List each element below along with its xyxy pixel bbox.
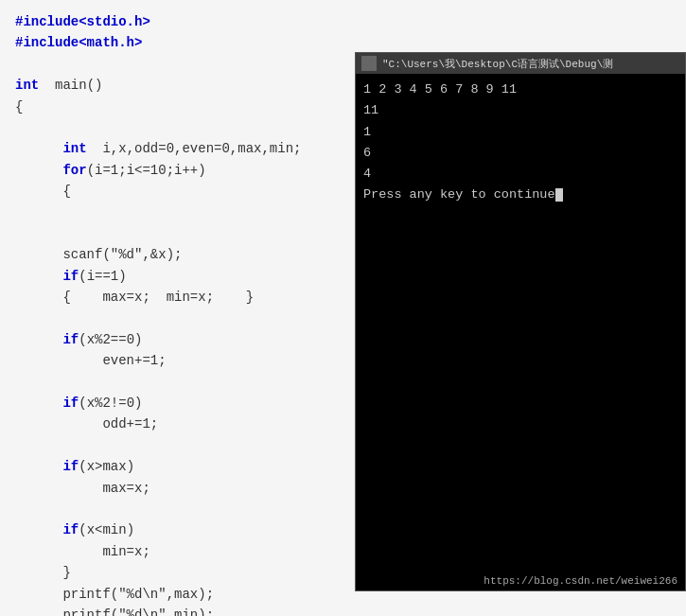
terminal-output-line-5: 4 (363, 164, 677, 185)
code-line-1: #include<stdio.h> (15, 11, 671, 32)
terminal-output-line-4: 6 (363, 143, 677, 164)
terminal-window: "C:\Users\我\Desktop\C语言测试\Debug\测 1 2 3 … (355, 52, 686, 591)
terminal-output: 1 2 3 4 5 6 7 8 9 11 11 1 6 4 Press any … (363, 79, 677, 566)
code-line-2: #include<math.h> (15, 32, 671, 53)
terminal-output-line-1: 1 2 3 4 5 6 7 8 9 11 (363, 79, 677, 100)
terminal-cursor (555, 188, 563, 202)
terminal-title: "C:\Users\我\Desktop\C语言测试\Debug\测 (382, 57, 613, 71)
terminal-titlebar: "C:\Users\我\Desktop\C语言测试\Debug\测 (356, 53, 685, 74)
terminal-output-line-2: 11 (363, 100, 677, 121)
terminal-output-line-6: Press any key to continue (363, 185, 677, 205)
terminal-footer: https://blog.csdn.net/weiwei266 (356, 572, 685, 590)
terminal-icon (361, 56, 377, 71)
code-line-29: printf("%d\n",min); (15, 605, 671, 616)
terminal-body: 1 2 3 4 5 6 7 8 9 11 11 1 6 4 Press any … (356, 74, 685, 572)
terminal-output-line-3: 1 (363, 122, 677, 143)
